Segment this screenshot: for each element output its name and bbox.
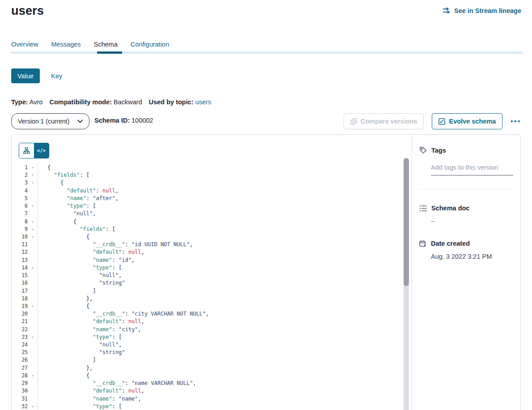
code-view-button[interactable]: </> [34, 143, 49, 158]
tags-heading-label: Tags [431, 147, 446, 154]
line-number: 7 [12, 210, 28, 218]
compare-versions-icon [350, 118, 357, 125]
see-in-stream-lineage-link[interactable]: See in Stream lineage [443, 7, 521, 14]
list-icon [419, 205, 427, 212]
tree-view-button[interactable] [19, 143, 34, 158]
line-number: 8 [12, 218, 28, 226]
compatibility-field: Compatibility mode: Backward [49, 98, 142, 106]
line-number: 29 [12, 380, 28, 387]
code-line: 12 "default": null, [12, 248, 411, 256]
code-line: 11 "__crdb__": "id UUID NOT NULL", [12, 241, 411, 248]
editor-scrollbar-track[interactable] [404, 158, 409, 410]
tags-section-heading: Tags [419, 146, 511, 154]
code-text: "name": "name", [38, 395, 141, 403]
fold-gutter [28, 349, 38, 356]
tab-overview[interactable]: Overview [11, 41, 38, 48]
type-label: Type: [11, 98, 28, 106]
line-number: 11 [12, 241, 28, 248]
version-bar: Version 1 (current) Schema ID: 100002 Co… [11, 113, 521, 129]
topic-link[interactable]: users [195, 98, 211, 106]
code-text: "name": "after", [38, 195, 119, 202]
fold-gutter [28, 187, 38, 195]
line-number: 26 [12, 356, 28, 364]
line-number: 2 [12, 171, 28, 179]
line-number: 27 [12, 364, 28, 372]
schema-id-label: Schema ID: [94, 117, 130, 124]
fold-gutter [28, 364, 38, 372]
line-number: 21 [12, 318, 28, 325]
used-by-topic-field: Used by topic: users [149, 98, 211, 106]
tab-underline-track [11, 51, 523, 54]
fold-toggle-icon[interactable]: ▾ [28, 202, 38, 210]
fold-toggle-icon[interactable]: ▾ [28, 164, 38, 171]
fold-toggle-icon[interactable]: ▾ [28, 179, 38, 187]
fold-toggle-icon[interactable]: ▾ [28, 303, 38, 310]
code-line: 23▾ "type": [ [12, 333, 411, 341]
fold-toggle-icon[interactable]: ▾ [28, 333, 38, 341]
fold-toggle-icon[interactable]: ▾ [28, 372, 38, 380]
edit-schema-icon [438, 118, 445, 125]
code-text: "fields": [ [38, 226, 115, 233]
code-text: "type": [ [38, 202, 96, 210]
fold-toggle-icon[interactable]: ▾ [28, 264, 38, 272]
fold-toggle-icon[interactable]: ▾ [28, 403, 38, 410]
line-number: 13 [12, 256, 28, 264]
key-tab-link[interactable]: Key [51, 73, 62, 80]
schema-id-value: 100002 [132, 117, 153, 124]
line-number: 5 [12, 195, 28, 202]
compare-versions-button[interactable]: Compare versions [344, 113, 424, 129]
fold-toggle-icon[interactable]: ▾ [28, 171, 38, 179]
schema-doc-heading: Schema doc [419, 205, 511, 212]
line-number: 32 [12, 403, 28, 410]
value-tab-button[interactable]: Value [11, 68, 40, 83]
fold-toggle-icon[interactable]: ▾ [28, 233, 38, 241]
code-text: { [38, 218, 77, 226]
code-line: 15 "null", [12, 272, 411, 279]
code-text: "type": [ [38, 333, 122, 341]
code-text: ] [38, 287, 96, 295]
editor-scrollbar-thumb[interactable] [404, 158, 409, 286]
tab-messages[interactable]: Messages [51, 41, 81, 48]
fold-gutter [28, 326, 38, 333]
code-line: 28▾ { [12, 372, 411, 380]
stream-lineage-icon [443, 7, 451, 14]
evolve-schema-button[interactable]: Evolve schema [432, 113, 502, 129]
code-line: 25 "string" [12, 349, 411, 356]
code-text: { [38, 303, 89, 310]
code-line: 16 "string" [12, 279, 411, 287]
fold-toggle-icon[interactable]: ▾ [28, 226, 38, 233]
date-created-heading: Date created [419, 240, 511, 247]
code-text: "null", [38, 272, 122, 279]
evolve-schema-label: Evolve schema [449, 118, 496, 125]
code-line: 9▾ "fields": [ [12, 226, 411, 233]
fold-toggle-icon[interactable]: ▾ [28, 218, 38, 226]
version-select[interactable]: Version 1 (current) [11, 113, 89, 129]
line-number: 24 [12, 341, 28, 349]
version-bar-actions: Compare versions Evolve schema ••• [344, 113, 521, 129]
fold-gutter [28, 356, 38, 364]
fold-gutter [28, 279, 38, 287]
schema-meta-row: Type: Avro Compatibility mode: Backward … [11, 98, 211, 106]
version-select-value: Version 1 (current) [18, 118, 69, 125]
code-text: "__crdb__": "city VARCHAR NOT NULL", [38, 310, 209, 318]
schema-code-editor[interactable]: 1▾{2▾ "fields": [3▾ {4 "default": null,5… [12, 164, 411, 410]
schema-doc-section: Schema doc -- [419, 205, 511, 225]
code-line: 8▾ { [12, 218, 411, 226]
tab-schema[interactable]: Schema [94, 41, 118, 48]
tree-view-icon [23, 147, 30, 154]
code-text: "null", [38, 210, 96, 218]
chevron-down-icon [77, 120, 83, 123]
more-actions-button[interactable]: ••• [511, 118, 521, 125]
code-line: 4 "default": null, [12, 187, 411, 195]
add-tags-input[interactable] [431, 164, 513, 175]
schema-id-field: Schema ID: 100002 [94, 117, 153, 124]
fold-gutter [28, 195, 38, 202]
editor-view-toggle: </> [19, 143, 49, 158]
tab-configuration[interactable]: Configuration [131, 41, 169, 48]
value-key-toggle: Value Key [11, 68, 62, 83]
type-field: Type: Avro [11, 98, 43, 106]
code-line: 22 "name": "city", [12, 326, 411, 333]
schema-page: users See in Stream lineage Overview Mes… [0, 0, 532, 410]
page-title: users [11, 4, 44, 18]
tab-bar: Overview Messages Schema Configuration [11, 41, 169, 48]
